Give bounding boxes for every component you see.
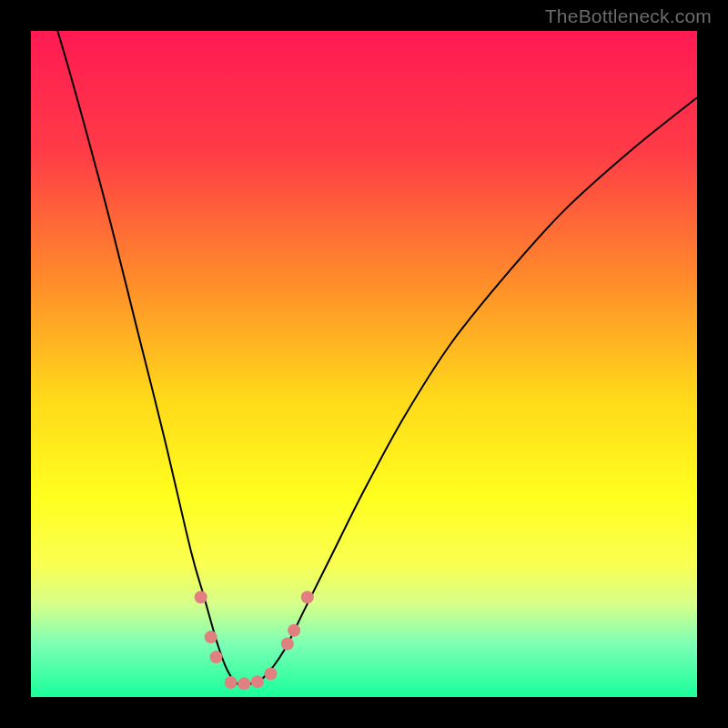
data-marker — [225, 676, 238, 689]
chart-svg — [31, 31, 697, 697]
data-marker — [195, 591, 207, 603]
data-marker — [205, 631, 217, 643]
watermark-text: TheBottleneck.com — [545, 5, 712, 27]
outer-frame: TheBottleneck.com — [0, 0, 728, 728]
chart-background — [31, 31, 697, 697]
data-marker — [288, 624, 300, 637]
data-marker — [251, 675, 264, 688]
data-marker — [301, 591, 314, 603]
data-marker — [238, 677, 250, 690]
data-marker — [281, 637, 294, 650]
data-marker — [209, 651, 222, 663]
data-marker — [265, 667, 278, 680]
plot-area — [31, 31, 697, 697]
